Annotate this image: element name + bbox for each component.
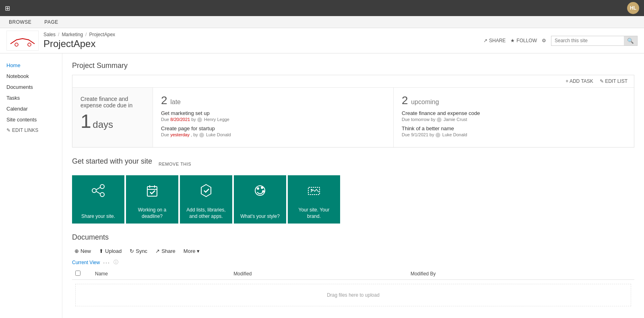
new-icon: ⊕ (74, 248, 79, 254)
select-all-checkbox[interactable] (75, 271, 80, 276)
sidebar-item-site-contents[interactable]: Site contents (0, 114, 62, 125)
sidebar-item-documents[interactable]: Documents (0, 82, 62, 92)
svg-line-5 (96, 187, 100, 190)
late-tasks-panel: 2 late Get marketing set up Due 8/20/202… (153, 88, 394, 147)
add-task-label: + ADD TASK (566, 78, 593, 84)
top-bar-left: ⊞ (5, 4, 10, 12)
browse-button[interactable]: BROWSE (6, 18, 34, 27)
avatar[interactable]: HL (627, 2, 639, 14)
doc-current-view: Current View ··· ⓘ (72, 259, 634, 266)
svg-point-2 (92, 189, 96, 193)
add-task-button[interactable]: + ADD TASK (566, 78, 593, 84)
project-summary-title: Project Summary (72, 62, 634, 70)
follow-button[interactable]: ★ FOLLOW (510, 38, 537, 43)
tile-apps-label: Add lists, libraries, and other apps. (183, 207, 229, 220)
sidebar-item-notebook[interactable]: Notebook (0, 71, 62, 82)
page-button[interactable]: PAGE (42, 18, 60, 27)
upcoming-count-row: 2 upcoming (402, 94, 626, 107)
tile-share[interactable]: Share your site. (72, 175, 124, 224)
col-checkbox-header (72, 268, 84, 280)
remove-this-button[interactable]: REMOVE THIS (159, 162, 191, 166)
share-doc-icon: ↗ (155, 248, 160, 254)
tile-apps[interactable]: Add lists, libraries, and other apps. (180, 175, 232, 224)
late-task-2-date[interactable]: yesterday (170, 132, 190, 137)
brand-tile-icon (306, 183, 322, 200)
summary-header: + ADD TASK ✎ EDIT LIST (72, 75, 634, 88)
search-input[interactable] (551, 36, 624, 45)
sidebar-item-tasks[interactable]: Tasks (0, 92, 62, 103)
top-bar: ⊞ HL (0, 0, 644, 16)
upcoming-task-2-user: Luke Donald (442, 132, 467, 137)
upcoming-task-1-title[interactable]: Create finance and expense code (402, 110, 626, 116)
svg-point-1 (28, 43, 31, 46)
sidebar-item-home[interactable]: Home (0, 60, 62, 71)
upcoming-task-2-title[interactable]: Think of a better name (402, 125, 626, 131)
sidebar-item-calendar[interactable]: Calendar (0, 103, 62, 114)
tile-deadline[interactable]: Working on a deadline? (126, 175, 178, 224)
edit-links-button[interactable]: ✎ EDIT LINKS (0, 125, 62, 135)
upload-button[interactable]: ⬆ Upload (97, 246, 124, 256)
col-modified-by-header[interactable]: Modified By (407, 268, 634, 280)
tile-style-label: What's your style? (240, 213, 280, 220)
upcoming-label: upcoming (411, 98, 439, 105)
sync-icon: ↻ (130, 248, 134, 254)
view-options-button[interactable]: ··· (103, 259, 110, 266)
share-icon: ↗ (483, 38, 487, 43)
share-doc-button[interactable]: ↗ Share (153, 246, 178, 256)
doc-table: Name Modified Modified By Drag files her… (72, 268, 634, 310)
style-tile-icon (252, 183, 268, 200)
edit-links-label: EDIT LINKS (12, 127, 38, 133)
search-button[interactable]: 🔍 (624, 36, 637, 45)
tile-style[interactable]: What's your style? (234, 175, 286, 224)
sync-button[interactable]: ↻ Sync (127, 246, 150, 256)
drag-hint-row: Drag files here to upload (72, 280, 634, 311)
site-header: Sales / Marketing / ProjectApex ProjectA… (0, 28, 644, 53)
documents-section: Documents ⊕ New ⬆ Upload ↻ Sync ↗ Share (72, 233, 634, 310)
breadcrumb-sales[interactable]: Sales (43, 32, 56, 37)
late-task-1: Get marketing set up Due 8/20/2021 by He… (161, 110, 385, 122)
tile-share-label: Share your site. (81, 213, 115, 220)
svg-point-13 (257, 187, 259, 190)
site-logo (6, 31, 39, 51)
site-header-right: ↗ SHARE ★ FOLLOW ⚙ 🔍 (483, 36, 638, 46)
col-modified-header[interactable]: Modified (230, 268, 407, 280)
upcoming-task-2: Think of a better name Due 9/1/2021 by L… (402, 125, 626, 137)
current-view-link[interactable]: Current View (72, 260, 100, 265)
user-icon-4 (436, 133, 440, 137)
follow-icon: ★ (510, 38, 515, 43)
top-bar-right: HL (627, 2, 639, 14)
new-button[interactable]: ⊕ New (72, 246, 93, 256)
col-file-icon-header (84, 268, 92, 280)
share-tile-icon (90, 183, 106, 200)
view-extra[interactable]: ⓘ (114, 259, 118, 266)
upcoming-task-1-user: Jamie Crust (444, 117, 467, 122)
apps-tile-icon (198, 183, 214, 200)
late-task-1-date[interactable]: 8/20/2021 (170, 117, 190, 122)
days-number: 1 (80, 111, 91, 132)
settings-button[interactable]: ⚙ (542, 38, 546, 43)
days-display: 1 days (80, 112, 144, 131)
late-task-2-title[interactable]: Create page for startup (161, 125, 385, 131)
gear-icon: ⚙ (542, 38, 546, 43)
upcoming-count: 2 (402, 94, 408, 107)
share-button[interactable]: ↗ SHARE (483, 38, 506, 43)
sync-label: Sync (136, 248, 147, 254)
breadcrumb-marketing[interactable]: Marketing (62, 32, 83, 37)
breadcrumb-projectapex[interactable]: ProjectApex (89, 32, 115, 37)
col-name-header[interactable]: Name (92, 268, 230, 280)
share-label: SHARE (489, 38, 506, 43)
late-count: 2 (161, 94, 167, 107)
svg-point-17 (311, 189, 312, 191)
more-button[interactable]: More ▾ (181, 246, 202, 256)
edit-list-button[interactable]: ✎ EDIT LIST (600, 78, 627, 84)
edit-icon: ✎ (6, 127, 10, 133)
highlight-task-name: Create finance and expense code due in (80, 96, 144, 109)
tile-brand[interactable]: Your site. Your brand. (288, 175, 340, 224)
late-task-2-due: Due yesterday , by Luke Donald (161, 132, 385, 137)
late-task-1-title[interactable]: Get marketing set up (161, 110, 385, 116)
waffle-icon[interactable]: ⊞ (5, 4, 10, 12)
late-task-2: Create page for startup Due yesterday , … (161, 125, 385, 137)
more-label: More (184, 248, 196, 254)
upload-icon: ⬆ (99, 248, 103, 254)
svg-point-0 (15, 43, 18, 46)
